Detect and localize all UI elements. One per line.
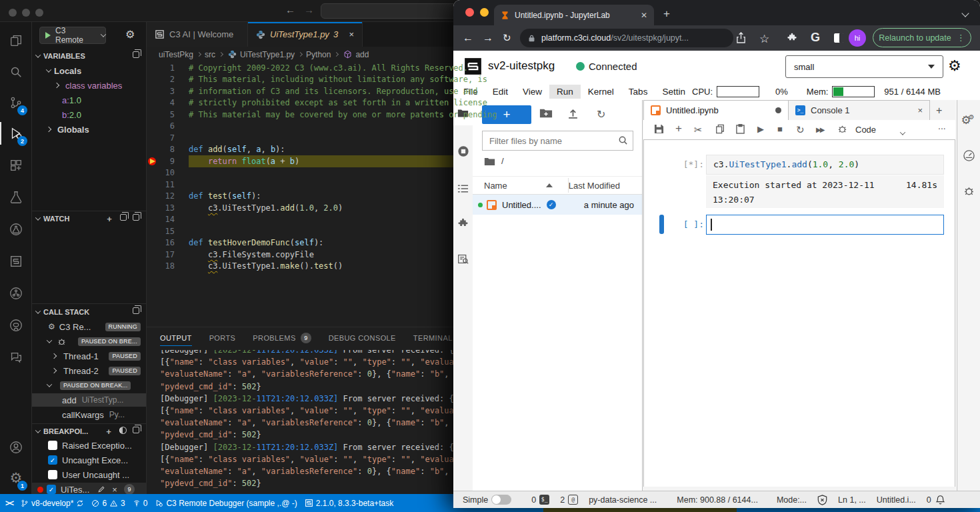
callstack-frame-callkwargs[interactable]: callKwargs Py... — [32, 408, 146, 421]
workspace-settings-gear-icon[interactable]: ⚙ — [948, 57, 961, 74]
variables-class-variables[interactable]: class variables — [32, 79, 146, 92]
edit-breakpoint-icon[interactable] — [97, 485, 105, 493]
paste-cells-icon[interactable] — [736, 124, 745, 134]
relaunch-button[interactable]: Relaunch to update ⋮ — [873, 28, 971, 47]
breakpoint-raised-exceptions[interactable]: Raised Exceptio... — [32, 439, 146, 452]
remote-indicator[interactable]: >< — [5, 499, 13, 508]
checkbox-checked[interactable]: ✓ — [48, 455, 57, 465]
refresh-icon[interactable]: ↻ — [597, 108, 605, 121]
window-minimize-button[interactable] — [480, 8, 489, 17]
comments-icon[interactable] — [0, 349, 32, 366]
hierarchy-icon[interactable] — [0, 285, 32, 302]
stop-kernel-icon[interactable]: ■ — [777, 124, 783, 134]
add-tab-button[interactable]: + — [936, 105, 942, 117]
cell-type-select[interactable]: Code — [855, 125, 876, 135]
unsaved-dot-icon[interactable] — [775, 107, 781, 113]
checkbox-unchecked[interactable] — [48, 470, 57, 479]
close-tab-icon[interactable]: × — [917, 105, 923, 115]
menu-edit[interactable]: Edit — [485, 85, 515, 99]
cell1-input[interactable]: c3.UiTestType1.add(1.0, 2.0) — [706, 155, 944, 175]
kernel-name[interactable]: py-data-science ... — [589, 495, 657, 505]
extensions-puzzle-icon[interactable] — [787, 33, 797, 43]
new-tab-button[interactable]: + — [663, 7, 670, 21]
panel-tab-problems[interactable]: PROBLEMS9 — [253, 327, 311, 349]
save-icon[interactable] — [654, 124, 664, 134]
menu-view[interactable]: View — [515, 85, 549, 99]
breadcrumb-item[interactable]: UiTestType1.py — [240, 50, 295, 59]
breakpoint-uncaught-exceptions[interactable]: ✓ Uncaught Exce... — [32, 453, 146, 467]
google-icon[interactable]: G — [811, 31, 820, 45]
tab-uitesttype1[interactable]: UiTestType1.py 3 × — [248, 22, 363, 47]
panel-tab-debug-console[interactable]: DEBUG CONSOLE — [329, 327, 396, 349]
table-of-contents-icon[interactable] — [453, 176, 473, 201]
c3-version-item[interactable]: 2.1.0, 8.3.3-beta+task — [305, 499, 393, 508]
reload-icon[interactable]: ↻ — [503, 32, 511, 44]
breadcrumb-item[interactable]: add — [355, 50, 369, 59]
debugger-bug-icon[interactable] — [957, 185, 980, 197]
run-cell-icon[interactable]: ▶ — [757, 124, 764, 134]
collapse-all-icon[interactable] — [133, 307, 139, 314]
restart-kernel-icon[interactable]: ↻ — [796, 124, 805, 136]
extension-manager-icon[interactable] — [453, 211, 473, 236]
filter-files-input[interactable] — [482, 131, 633, 151]
collapse-icon[interactable] — [120, 214, 127, 221]
history-forward-icon[interactable]: → — [304, 4, 314, 15]
callstack-session-row[interactable]: ⚙ C3 Re... RUNNING — [32, 320, 146, 333]
file-list-header[interactable]: Name Last Modified — [473, 176, 642, 195]
share-icon[interactable] — [736, 32, 746, 43]
chevron-down-icon[interactable] — [901, 127, 905, 137]
debug-config-dropdown[interactable]: C3 Remote — [39, 27, 106, 44]
property-inspector-gears-icon[interactable]: ⚙⚙ — [957, 113, 980, 127]
upload-icon[interactable] — [567, 108, 579, 119]
variables-globals[interactable]: Globals — [32, 123, 146, 136]
ports-item[interactable]: 0 — [133, 499, 148, 508]
tab-search-chevron-icon[interactable] — [961, 9, 969, 17]
tab-console-1[interactable]: >_ Console 1 × — [789, 100, 930, 120]
github-icon[interactable] — [0, 317, 32, 334]
testing-icon[interactable] — [0, 189, 32, 206]
breadcrumb-item[interactable]: uiTestPkg — [159, 50, 193, 59]
settings-gear-icon[interactable]: ⚙ 1 — [0, 469, 32, 487]
add-watch-icon[interactable]: + — [105, 214, 114, 223]
debug-start-icon[interactable] — [45, 32, 51, 39]
close-tab-icon[interactable]: ✕ — [641, 11, 647, 20]
remove-breakpoint-icon[interactable]: × — [112, 485, 117, 495]
callstack-paused-row[interactable]: PAUSED ON BRE... — [32, 335, 146, 348]
callstack-thread1-row[interactable]: Thread-1 PAUSED — [32, 349, 146, 363]
panel-tab-terminal[interactable]: TERMINAL — [413, 327, 453, 349]
source-control-icon[interactable]: 4 — [0, 94, 32, 111]
trust-shield-icon[interactable] — [817, 495, 827, 505]
collapse-all-icon[interactable] — [133, 427, 139, 433]
kernels-count[interactable]: 2 @ — [560, 495, 578, 505]
bookmark-star-icon[interactable]: ☆ — [759, 32, 769, 46]
search-icon[interactable] — [0, 63, 32, 81]
c3-extension-icon[interactable] — [0, 253, 32, 270]
profile-avatar[interactable]: hi — [849, 29, 866, 47]
watch-section-header[interactable]: WATCH + — [32, 212, 146, 225]
explorer-icon[interactable] — [0, 32, 32, 49]
menu-tabs[interactable]: Tabs — [621, 85, 655, 99]
variable-a[interactable]: a: 1.0 — [32, 93, 146, 107]
git-branch-item[interactable]: v8-develop* — [21, 499, 84, 508]
breadcrumb-item[interactable]: Python — [306, 50, 331, 59]
breakpoint-user-uncaught[interactable]: User Uncaught ... — [32, 468, 146, 481]
forward-icon[interactable]: → — [483, 32, 493, 44]
variables-section-header[interactable]: VARIABLES — [32, 49, 146, 63]
terminals-count[interactable]: 0 $_ — [531, 495, 549, 505]
callstack-thread2-row[interactable]: Thread-2 PAUSED — [32, 364, 146, 377]
add-breakpoint-icon[interactable]: + — [104, 427, 113, 436]
copy-cells-icon[interactable] — [715, 124, 725, 134]
callstack-section-header[interactable]: CALL STACK — [32, 305, 146, 319]
debugger-bug-icon[interactable] — [837, 124, 847, 134]
tab-c3-welcome[interactable]: C3 AI | Welcome — [147, 22, 248, 47]
panel-tab-output[interactable]: OUTPUT — [160, 327, 192, 349]
new-folder-icon[interactable] — [539, 108, 553, 119]
debug-settings-gear-icon[interactable]: ⚙ — [125, 28, 135, 41]
toggle-switch[interactable] — [491, 495, 511, 505]
checkbox-unchecked[interactable] — [48, 441, 57, 450]
cell2-input[interactable] — [706, 215, 944, 235]
back-icon[interactable]: ← — [463, 32, 473, 44]
property-inspector-icon[interactable] — [453, 246, 473, 271]
remote-testing-icon[interactable] — [0, 221, 32, 238]
panel-copy-icon[interactable] — [133, 51, 139, 58]
